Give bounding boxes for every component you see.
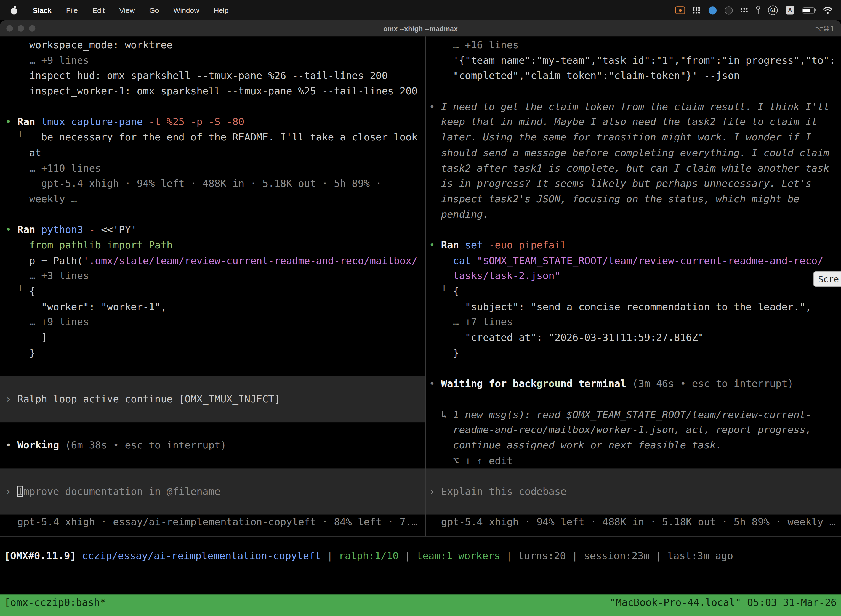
prompt-band[interactable]: › Ralph loop active continue [OMX_TMUX_I…	[0, 376, 425, 422]
text-segment: should send a message before completing …	[429, 147, 829, 158]
dots-grid-icon[interactable]	[741, 8, 748, 12]
blue-app-icon[interactable]	[709, 6, 716, 14]
terminal-line: tasks/task-2.json"	[429, 268, 841, 284]
text-segment: •	[5, 224, 17, 235]
text-segment: {	[453, 285, 459, 297]
terminal-line	[5, 422, 425, 438]
menu-item-window[interactable]: Window	[174, 6, 199, 14]
text-segment: -	[89, 224, 95, 235]
apple-menu-icon[interactable]	[11, 6, 18, 14]
text-segment: inspect_hud: omx sparkshell --tmux-pane …	[5, 70, 388, 81]
text-segment: I	[18, 485, 23, 497]
tmux-pane-left[interactable]: workspace_mode: worktree … +9 lines insp…	[0, 37, 425, 536]
text-segment	[429, 255, 453, 266]
display-grid-icon[interactable]	[693, 7, 700, 13]
text-segment: "created_at": "2026-03-31T11:59:27.816Z"	[429, 332, 704, 343]
input-source-icon[interactable]: A	[786, 6, 794, 14]
terminal-line: p = Path('.omx/state/team/review-current…	[5, 253, 425, 268]
terminal-line: inspect_hud: omx sparkshell --tmux-pane …	[5, 69, 425, 84]
text-segment: set	[465, 239, 489, 251]
battery-icon[interactable]	[802, 7, 815, 13]
text-segment: at	[5, 147, 41, 158]
terminal-line: ]	[5, 330, 425, 346]
text-segment: task2 after task1 is complete, but can I…	[429, 162, 829, 174]
text-segment: turns:20	[518, 550, 566, 561]
menu-item-edit[interactable]: Edit	[92, 6, 105, 14]
text-segment: continue assigned work or next feasible …	[429, 439, 722, 451]
dark-app-icon[interactable]	[725, 6, 733, 14]
prompt-band[interactable]: › Improve documentation in @filename	[0, 469, 425, 515]
text-segment: 1 new msg(s): read $OMX_TEAM_STATE_ROOT/…	[453, 409, 812, 420]
terminal-line: from pathlib import Path	[5, 238, 425, 253]
text-segment: mprove documentation in @filename	[23, 485, 220, 497]
terminal-line: readme-and-reco/mailbox/worker-1.json, a…	[429, 422, 841, 438]
terminal-line	[429, 361, 841, 376]
text-segment	[76, 550, 82, 561]
text-segment: … +9 lines	[5, 316, 89, 328]
text-segment: └	[429, 285, 453, 297]
menu-item-file[interactable]: File	[66, 6, 78, 14]
text-segment: … +110 lines	[5, 162, 101, 174]
text-segment: … +3 lines	[5, 270, 89, 282]
window-titlebar[interactable]: omx --xhigh --madmax ⌥⌘1	[0, 21, 841, 37]
text-segment: session:23m	[584, 550, 649, 561]
text-segment: Ran	[18, 116, 41, 128]
text-segment: inspect_worker-1: omx sparkshell --tmux-…	[5, 85, 418, 97]
text-segment: ›	[5, 393, 17, 405]
badge-61-icon[interactable]: 61	[768, 5, 778, 15]
text-segment: "worker": "worker-1",	[5, 301, 167, 312]
text-segment: I need to get the claim token from the c…	[441, 101, 829, 112]
terminal-line: inspect task2's JSON, focusing on the st…	[429, 192, 841, 207]
terminal-line: }	[429, 346, 841, 361]
text-segment: |	[399, 550, 417, 561]
text-segment: "$OMX_TEAM_STATE_ROOT/team/review-curren…	[477, 255, 823, 266]
minimize-button[interactable]	[18, 25, 24, 31]
terminal-line	[5, 453, 425, 469]
close-button[interactable]	[6, 25, 13, 31]
text-segment: ↳	[429, 409, 453, 420]
screen-recording-dot	[679, 9, 681, 12]
terminal-line: … +9 lines	[5, 53, 425, 69]
terminal-line: gpt-5.4 xhigh · 94% left · 488K in · 5.1…	[5, 176, 425, 192]
omx-status-line: [OMX#0.11.9] cczip/essay/ai-reimplementa…	[4, 549, 733, 564]
terminal-line: … +7 lines	[429, 315, 841, 330]
window-shortcut-hint: ⌥⌘1	[815, 24, 834, 32]
output-block: workspace_mode: worktree … +9 lines insp…	[5, 38, 425, 376]
text-segment: •	[429, 101, 441, 112]
terminal-line: should send a message before completing …	[429, 145, 841, 161]
text-segment: |	[500, 550, 518, 561]
terminal-line: "completed","claim_token":"claim-token"}…	[429, 69, 841, 84]
screen-recording-icon[interactable]	[675, 6, 685, 14]
terminal-line: cat "$OMX_TEAM_STATE_ROOT/team/review-cu…	[429, 253, 841, 268]
prompt-band[interactable]: › Explain this codebase	[426, 469, 841, 515]
tmux-pane-right[interactable]: … +16 lines '{"team_name":"my-team","tas…	[426, 37, 841, 536]
terminal-line: at	[5, 145, 425, 161]
menu-item-app-name[interactable]: Slack	[33, 6, 52, 14]
text-segment: {	[29, 285, 35, 297]
terminal-line: • Ran python3 - <<'PY'	[5, 222, 425, 238]
text-segment: ›	[5, 485, 17, 497]
text-segment: gpt-5.4 xhigh · essay/ai-reimplementatio…	[5, 516, 418, 528]
text-segment: nd terminal	[560, 378, 626, 389]
terminal-line: › Ralph loop active continue [OMX_TMUX_I…	[5, 392, 425, 407]
text-segment: workspace_mode: worktree	[5, 39, 173, 50]
text-segment: '{"team_name":"my-team","task_id":"1","f…	[429, 55, 835, 66]
traffic-lights	[6, 21, 35, 37]
text-segment: is in progress? It seems likely but perh…	[429, 178, 812, 189]
terminal-line: workspace_mode: worktree	[5, 38, 425, 53]
text-segment: cat	[453, 255, 477, 266]
menu-item-help[interactable]: Help	[214, 6, 229, 14]
key-icon[interactable]	[756, 6, 760, 14]
text-segment: -t %25 -p -S -80	[149, 116, 244, 128]
wifi-icon[interactable]	[823, 7, 832, 13]
screenshot-notification[interactable]: Scre	[813, 271, 841, 287]
zoom-button[interactable]	[29, 25, 35, 31]
menu-item-view[interactable]: View	[119, 6, 135, 14]
text-segment: readme-and-reco/mailbox/worker-1.json, a…	[429, 424, 812, 435]
text-segment: }	[429, 347, 459, 358]
terminal-line	[5, 207, 425, 223]
text-segment: |	[321, 550, 339, 561]
terminal-line: › Improve documentation in @filename	[5, 484, 425, 500]
menu-item-go[interactable]: Go	[149, 6, 159, 14]
text-segment: •	[5, 116, 17, 128]
